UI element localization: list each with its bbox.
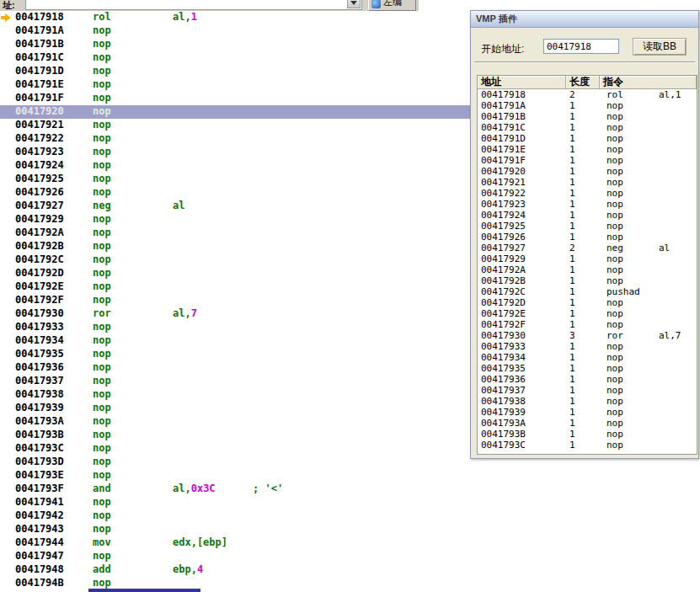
table-row[interactable]: 0041792B1nop <box>478 275 697 286</box>
cell-length: 1 <box>566 155 600 166</box>
cell-operand <box>659 297 697 308</box>
instruction-mnemonic: nop <box>93 334 173 346</box>
instruction-mnemonic: nop <box>93 146 173 157</box>
table-row[interactable]: 004179391nop <box>478 407 697 418</box>
table-row[interactable]: 004179182rolal,1 <box>478 89 697 100</box>
disasm-line[interactable]: 00417947nop <box>0 550 700 563</box>
cell-mnemonic: nop <box>600 275 659 286</box>
table-row[interactable]: 004179211nop <box>478 177 697 188</box>
table-row[interactable]: 0041791D1nop <box>478 133 697 144</box>
instruction-address: 00417921 <box>15 119 93 131</box>
table-row[interactable]: 004179261nop <box>478 232 697 243</box>
table-row[interactable]: 004179361nop <box>478 374 697 385</box>
cell-mnemonic: nop <box>600 210 659 221</box>
table-row[interactable]: 0041792A1nop <box>478 264 697 275</box>
address-combobox[interactable] <box>25 0 362 10</box>
disasm-line[interactable]: 00417948addebp,4 <box>0 563 700 577</box>
column-header-2[interactable]: 指令 <box>600 76 697 88</box>
table-row[interactable]: 0041791A1nop <box>478 100 697 111</box>
cell-length: 1 <box>566 429 600 440</box>
table-row[interactable]: 0041791B1nop <box>478 111 697 122</box>
combo-dropdown-button[interactable] <box>347 0 361 8</box>
instruction-address: 0041791E <box>15 78 93 90</box>
vmp-plugin-dialog: VMP 插件 开始地址: 读取BB 地址长度指令 004179182rolal,… <box>470 10 699 459</box>
start-address-input[interactable] <box>543 39 619 54</box>
cell-mnemonic: nop <box>600 396 659 407</box>
table-row[interactable]: 0041792E1nop <box>478 308 697 319</box>
table-row[interactable]: 004179371nop <box>478 385 697 396</box>
disasm-line[interactable]: 0041793Enop <box>0 469 700 483</box>
disasm-line[interactable]: 00417944movedx,[ebp] <box>0 536 700 550</box>
instruction-address: 00417936 <box>15 361 93 373</box>
cell-operand <box>659 210 697 221</box>
instruction-address: 00417947 <box>15 550 93 562</box>
cell-address: 00417929 <box>478 253 566 264</box>
cell-operand <box>659 396 697 407</box>
table-row[interactable]: 004179303roral,7 <box>478 330 697 341</box>
instruction-mnemonic: nop <box>93 213 173 225</box>
cell-operand <box>659 253 697 264</box>
column-header-0[interactable]: 地址 <box>478 76 566 88</box>
instruction-address: 0041792A <box>15 227 93 238</box>
table-row[interactable]: 0041791E1nop <box>478 144 697 155</box>
instruction-operands: ebp,4 <box>173 563 253 575</box>
cell-length: 1 <box>566 177 600 188</box>
table-row[interactable]: 0041791F1nop <box>478 155 697 166</box>
cell-address: 0041791A <box>478 100 566 111</box>
dialog-titlebar[interactable]: VMP 插件 <box>471 11 698 28</box>
read-bb-button[interactable]: 读取BB <box>633 38 687 56</box>
disasm-line[interactable]: 0041793Fandal,0x3C; '<' <box>0 483 700 496</box>
disasm-line[interactable]: 00417942nop <box>0 509 700 523</box>
instruction-address: 00417934 <box>15 334 93 346</box>
dialog-title: VMP 插件 <box>476 13 517 24</box>
cell-address: 0041792C <box>478 286 566 297</box>
instruction-mnemonic: nop <box>93 227 173 238</box>
table-row[interactable]: 004179291nop <box>478 253 697 264</box>
cell-mnemonic: nop <box>600 374 659 385</box>
table-row[interactable]: 004179221nop <box>478 188 697 199</box>
cell-operand <box>659 374 697 385</box>
instruction-mnemonic: nop <box>93 577 173 589</box>
table-body[interactable]: 004179182rolal,10041791A1nop0041791B1nop… <box>478 89 697 454</box>
table-row[interactable]: 0041792C1pushad <box>478 286 697 297</box>
table-row[interactable]: 004179341nop <box>478 352 697 363</box>
cell-length: 1 <box>566 111 600 122</box>
cell-length: 1 <box>566 232 600 243</box>
cell-length: 1 <box>566 253 600 264</box>
cell-address: 00417925 <box>478 221 566 232</box>
disasm-line[interactable]: 00417920nop <box>0 105 471 119</box>
table-header-row: 地址长度指令 <box>478 76 697 89</box>
cell-operand <box>659 440 697 451</box>
instruction-mnemonic: nop <box>93 509 173 521</box>
table-row[interactable]: 0041793B1nop <box>478 429 697 440</box>
table-row[interactable]: 004179231nop <box>478 199 697 210</box>
disasm-line[interactable]: 00417943nop <box>0 523 700 536</box>
toolbar-button[interactable]: 左编 <box>368 0 416 11</box>
table-row[interactable]: 004179331nop <box>478 341 697 352</box>
table-row[interactable]: 004179251nop <box>478 221 697 232</box>
table-row[interactable]: 004179351nop <box>478 363 697 374</box>
cell-length: 1 <box>566 133 600 144</box>
cell-operand <box>659 352 697 363</box>
table-row[interactable]: 004179381nop <box>478 396 697 407</box>
column-header-1[interactable]: 长度 <box>566 76 600 88</box>
cell-length: 1 <box>566 166 600 177</box>
table-row[interactable]: 0041791C1nop <box>478 122 697 133</box>
table-row[interactable]: 004179201nop <box>478 166 697 177</box>
cell-length: 1 <box>566 374 600 385</box>
table-row[interactable]: 0041793C1nop <box>478 440 697 451</box>
disasm-line[interactable]: 00417941nop <box>0 496 700 509</box>
table-row[interactable]: 0041792D1nop <box>478 297 697 308</box>
cell-address: 00417924 <box>478 210 566 221</box>
instruction-address: 00417935 <box>15 348 93 360</box>
instruction-table[interactable]: 地址长度指令 004179182rolal,10041791A1nop00417… <box>477 75 697 455</box>
cell-length: 1 <box>566 100 600 111</box>
table-row[interactable]: 0041793A1nop <box>478 418 697 429</box>
table-row[interactable]: 004179241nop <box>478 210 697 221</box>
table-row[interactable]: 0041792F1nop <box>478 319 697 330</box>
cell-operand <box>659 133 697 144</box>
table-row[interactable]: 004179272negal <box>478 243 697 253</box>
cell-address: 0041793C <box>478 440 566 451</box>
partial-selection-bar <box>88 589 200 592</box>
cell-address: 00417923 <box>478 199 566 210</box>
